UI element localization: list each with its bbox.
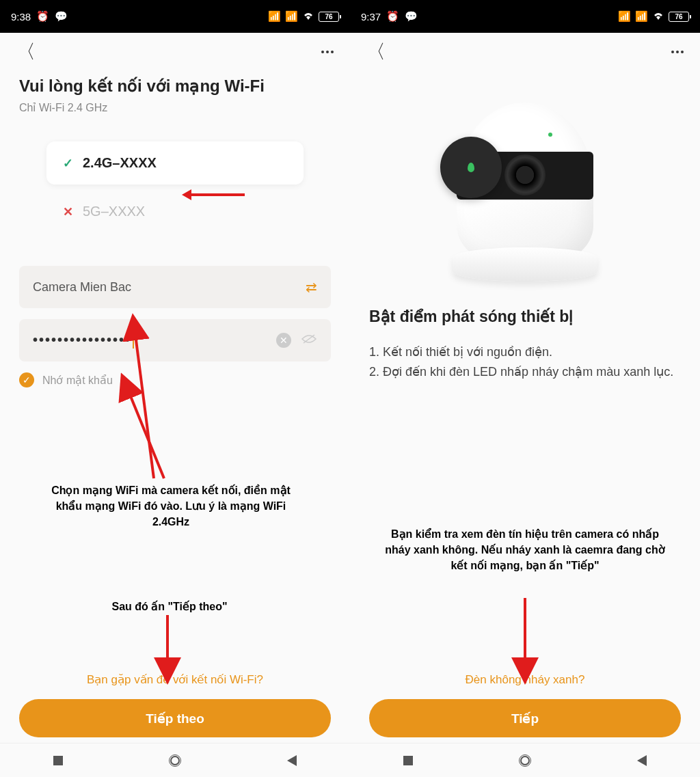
alarm-icon: ⏰: [36, 10, 49, 23]
camera-illustration: [369, 82, 681, 287]
step-2: 2. Đợi đến khi đèn LED nhấp nháy chậm mà…: [369, 362, 681, 382]
phone-right: 9:37 ⏰ 💬 📶 📶 76 〈 Bật điểm phát: [350, 0, 700, 777]
signal-icon: 📶: [618, 10, 631, 23]
status-time: 9:38: [11, 11, 31, 23]
eye-icon[interactable]: [301, 333, 317, 348]
nav-home-icon[interactable]: [520, 756, 530, 765]
check-icon: ✓: [63, 156, 73, 171]
signal-icon: 📶: [268, 10, 281, 23]
notification-icon: 💬: [55, 10, 68, 23]
password-mask: ••••••••••••••••: [33, 332, 276, 349]
more-icon[interactable]: [671, 51, 684, 53]
battery-icon: 76: [669, 12, 689, 22]
nav-home-icon[interactable]: [170, 756, 180, 765]
status-bar: 9:38 ⏰ 💬 📶 📶 76: [0, 0, 350, 33]
remember-label: Nhớ mật khẩu: [42, 374, 113, 387]
swap-network-icon[interactable]: ⇄: [306, 279, 317, 295]
wifi-icon: [302, 11, 314, 23]
wifi-24g-label: 2.4G–XXXX: [83, 155, 157, 171]
wifi-5g-label: 5G–XXXX: [83, 204, 145, 219]
ssid-input[interactable]: Camera Mien Bac ⇄: [19, 266, 331, 308]
continue-button[interactable]: Tiếp: [369, 699, 681, 737]
clear-icon[interactable]: ✕: [276, 333, 291, 348]
page-subtitle: Chỉ Wi-Fi 2.4 GHz: [19, 101, 331, 114]
cross-icon: ✕: [63, 204, 73, 219]
phone-left: 9:38 ⏰ 💬 📶 📶 76 〈 Vui lòng kết nối với m…: [0, 0, 350, 777]
password-input[interactable]: •••••••••••••••• ✕: [19, 319, 331, 362]
annotation-arrow: [190, 193, 245, 196]
signal-icon-2: 📶: [285, 10, 298, 23]
annotation-wifi: Chọn mạng WiFi mà camera kết nối, điền m…: [48, 482, 294, 530]
battery-icon: 76: [319, 12, 339, 22]
nav-back-icon[interactable]: [637, 755, 647, 766]
page-title: Vui lòng kết nối với mạng Wi-Fi: [19, 77, 331, 96]
wifi-help-link[interactable]: Bạn gặp vấn đề với kết nối Wi-Fi?: [19, 672, 331, 687]
back-button[interactable]: 〈: [366, 39, 386, 65]
wifi-icon: [652, 11, 664, 23]
app-bar: 〈: [0, 33, 350, 71]
alarm-icon: ⏰: [386, 10, 399, 23]
nav-back-icon[interactable]: [287, 755, 297, 766]
back-button[interactable]: 〈: [16, 39, 36, 65]
signal-icon-2: 📶: [635, 10, 648, 23]
wifi-option-24g[interactable]: ✓ 2.4G–XXXX: [46, 141, 304, 185]
ssid-value: Camera Mien Bac: [33, 280, 306, 295]
notification-icon: 💬: [405, 10, 418, 23]
status-time: 9:37: [361, 11, 381, 23]
android-nav-bar: [350, 743, 700, 777]
app-bar: 〈: [350, 33, 700, 71]
wifi-option-5g: ✕ 5G–XXXX: [46, 195, 304, 228]
more-icon[interactable]: [321, 51, 334, 53]
nav-recents-icon[interactable]: [403, 756, 413, 765]
led-help-link[interactable]: Đèn không nháy xanh?: [369, 673, 681, 687]
remember-check-icon: ✓: [19, 372, 34, 387]
led-zoom-icon: [440, 137, 502, 198]
annotation-next: Sau đó ấn "Tiếp theo": [81, 599, 258, 614]
android-nav-bar: [0, 743, 350, 777]
nav-recents-icon[interactable]: [53, 756, 63, 765]
status-bar: 9:37 ⏰ 💬 📶 📶 76: [350, 0, 700, 33]
next-button[interactable]: Tiếp theo: [19, 699, 331, 737]
step-1: 1. Kết nối thiết bị với nguồn điện.: [369, 342, 681, 362]
annotation-check-led: Bạn kiểm tra xem đèn tín hiệu trên camer…: [380, 526, 670, 574]
remember-password-row[interactable]: ✓ Nhớ mật khẩu: [19, 372, 331, 387]
page-title: Bật điểm phát sóng thiết bị: [369, 308, 681, 326]
